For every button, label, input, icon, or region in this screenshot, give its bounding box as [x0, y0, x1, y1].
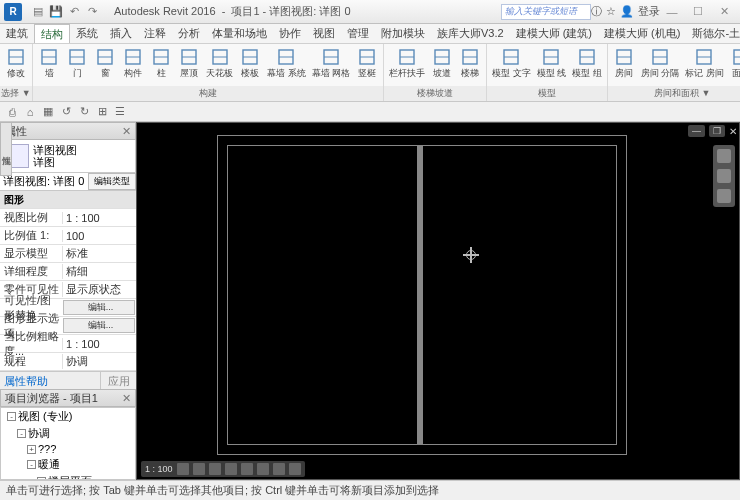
property-value[interactable]: 显示原状态 [62, 282, 136, 297]
property-value[interactable]: 1 : 100 [62, 212, 136, 224]
property-value[interactable]: 标准 [62, 246, 136, 261]
ribbon-tab[interactable]: 分析 [172, 24, 206, 43]
qb-icon[interactable]: ▦ [40, 104, 56, 120]
type-selector[interactable]: 详图视图 详图 [0, 140, 136, 173]
qb-icon[interactable]: ☰ [112, 104, 128, 120]
ribbon-tab[interactable]: 插入 [104, 24, 138, 43]
ribbon-button-area[interactable]: 面积 [728, 46, 740, 86]
project-browser[interactable]: -视图 (专业)-协调+???-暖通-楼层平面1 - 机械+卫浴-机械-暖通-楼… [0, 407, 136, 480]
ribbon-tab[interactable]: 协作 [273, 24, 307, 43]
visual-style-icon[interactable] [193, 463, 205, 475]
property-value[interactable]: 100 [62, 230, 136, 242]
apply-button[interactable]: 应用 [100, 372, 136, 389]
crop-view-icon[interactable] [241, 463, 253, 475]
tree-node[interactable]: -暖通 [1, 456, 135, 473]
help-search-input[interactable]: 输入关键字或短语 [501, 4, 591, 20]
ribbon-button-rsep[interactable]: 房间 分隔 [639, 46, 682, 86]
ribbon-button-comp[interactable]: 构件 [120, 46, 146, 86]
view-scale[interactable]: 1 : 100 [145, 464, 173, 474]
qat-open-icon[interactable]: ▤ [30, 4, 46, 20]
close-icon[interactable]: ✕ [122, 392, 131, 405]
hide-isolate-icon[interactable] [273, 463, 285, 475]
login-area[interactable]: ⓘ ☆ 👤 登录 [591, 4, 660, 19]
close-button[interactable]: ✕ [712, 3, 736, 21]
property-value[interactable]: 协调 [62, 354, 136, 369]
ribbon-tab[interactable]: 斯德尔-土建 [686, 24, 740, 43]
ribbon-button-mullion[interactable]: 竖梃 [354, 46, 380, 86]
ribbon-button-rtag[interactable]: 标记 房间 [683, 46, 726, 86]
browser-header[interactable]: 项目浏览器 - 项目1 ✕ [0, 389, 136, 407]
sun-path-icon[interactable] [209, 463, 221, 475]
property-value[interactable]: 1 : 100 [62, 338, 136, 350]
ribbon-button-roof[interactable]: 屋顶 [176, 46, 202, 86]
detail-level-icon[interactable] [177, 463, 189, 475]
ribbon-tab[interactable]: 建模大师 (机电) [598, 24, 686, 43]
view-restore-icon[interactable]: ❐ [709, 125, 725, 137]
qb-icon[interactable]: ↺ [58, 104, 74, 120]
close-icon[interactable]: ✕ [122, 125, 131, 138]
property-value[interactable]: 编辑... [63, 318, 135, 333]
ribbon-button-cgrid[interactable]: 幕墙 网格 [310, 46, 353, 86]
ribbon-button-door[interactable]: 门 [64, 46, 90, 86]
nav-zoom-icon[interactable] [717, 189, 731, 203]
minimize-button[interactable]: — [660, 3, 684, 21]
tree-expander-icon[interactable]: - [27, 460, 36, 469]
qb-icon[interactable]: ⌂ [22, 104, 38, 120]
ribbon-button-column[interactable]: 柱 [148, 46, 174, 86]
tree-expander-icon[interactable]: + [27, 445, 36, 454]
ribbon-button-mtext[interactable]: 模型 文字 [490, 46, 533, 86]
ribbon-button-floor[interactable]: 楼板 [237, 46, 263, 86]
ribbon-button-cursor[interactable]: 修改 [3, 46, 29, 86]
ribbon-button-stair[interactable]: 楼梯 [457, 46, 483, 86]
qat-redo-icon[interactable]: ↷ [84, 4, 100, 20]
qb-icon[interactable]: ↻ [76, 104, 92, 120]
property-value[interactable]: 编辑... [63, 300, 135, 315]
ribbon-button-ceiling[interactable]: 天花板 [204, 46, 235, 86]
ribbon-tab[interactable]: 体量和场地 [206, 24, 273, 43]
navigation-bar[interactable] [713, 145, 735, 207]
ribbon-button-mline[interactable]: 模型 线 [535, 46, 569, 86]
qat-save-icon[interactable]: 💾 [48, 4, 64, 20]
ribbon-button-mgroup[interactable]: 模型 组 [570, 46, 604, 86]
ribbon-tab[interactable]: 建模大师 (建筑) [510, 24, 598, 43]
nav-wheel-icon[interactable] [717, 149, 731, 163]
qb-icon[interactable]: ⊞ [94, 104, 110, 120]
tree-node[interactable]: -协调 [1, 425, 135, 442]
app-icon[interactable]: R [4, 3, 22, 21]
property-group-header[interactable]: 图形 [0, 191, 136, 209]
property-value[interactable]: 精细 [62, 264, 136, 279]
ribbon-tab[interactable]: 附加模块 [375, 24, 431, 43]
ribbon-button-curtain[interactable]: 幕墙 系统 [265, 46, 308, 86]
properties-header[interactable]: 属性 ✕ [0, 122, 136, 140]
tree-expander-icon[interactable]: - [37, 477, 46, 480]
tree-node[interactable]: +??? [1, 442, 135, 456]
tree-node[interactable]: -视图 (专业) [1, 408, 135, 425]
crop-region-icon[interactable] [257, 463, 269, 475]
ribbon-tab[interactable]: 建筑 [0, 24, 34, 43]
qat-undo-icon[interactable]: ↶ [66, 4, 82, 20]
tree-expander-icon[interactable]: - [17, 429, 26, 438]
properties-side-tab[interactable]: 属性 [0, 122, 12, 176]
nav-pan-icon[interactable] [717, 169, 731, 183]
ribbon-tab[interactable]: 管理 [341, 24, 375, 43]
tree-expander-icon[interactable]: - [7, 412, 16, 421]
reveal-hidden-icon[interactable] [289, 463, 301, 475]
shadows-icon[interactable] [225, 463, 237, 475]
maximize-button[interactable]: ☐ [686, 3, 710, 21]
ribbon-tab[interactable]: 族库大师V3.2 [431, 24, 510, 43]
instance-selector[interactable]: 详图视图: 详图 0 [0, 174, 88, 189]
drawing-canvas[interactable]: — ❐ ✕ 1 : 100 [136, 122, 740, 480]
properties-help-link[interactable]: 属性帮助 [0, 372, 100, 389]
ribbon-tab[interactable]: 结构 [34, 24, 70, 43]
edit-type-button[interactable]: 编辑类型 [88, 173, 136, 190]
tree-node[interactable]: -楼层平面 [1, 473, 135, 480]
ribbon-tab[interactable]: 注释 [138, 24, 172, 43]
ribbon-button-ramp[interactable]: 坡道 [429, 46, 455, 86]
ribbon-tab[interactable]: 视图 [307, 24, 341, 43]
view-close-icon[interactable]: ✕ [729, 126, 737, 137]
ribbon-button-rail[interactable]: 栏杆扶手 [387, 46, 427, 86]
ribbon-button-wall[interactable]: 墙 [36, 46, 62, 86]
ribbon-button-room[interactable]: 房间 [611, 46, 637, 86]
qb-icon[interactable]: ⎙ [4, 104, 20, 120]
ribbon-tab[interactable]: 系统 [70, 24, 104, 43]
